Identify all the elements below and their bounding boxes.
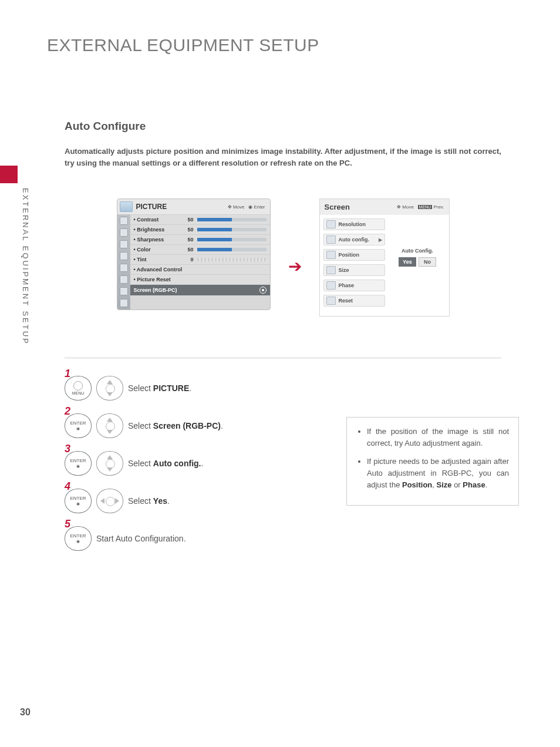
note-kw-size: Size (437, 480, 452, 489)
btn-label: MENU (72, 391, 85, 395)
slider-bar (197, 218, 266, 221)
enter-dot-icon: ◉ (76, 539, 80, 544)
step-target: Yes (153, 496, 167, 506)
step-target: Auto config. (153, 459, 201, 468)
up-down-icon (96, 451, 123, 476)
step-target: Screen (RGB-PC) (153, 421, 221, 430)
picture-row-advanced[interactable]: • Advanced Control (130, 264, 270, 274)
left-right-icon (96, 489, 123, 513)
slider-bar (197, 228, 266, 231)
resolution-icon (326, 220, 336, 228)
picture-row-tint[interactable]: • Tint 0 (130, 254, 270, 264)
row-label: Screen (RGB-PC) (134, 287, 177, 293)
row-label: • Tint (134, 257, 181, 263)
btn-label: ENTER (70, 458, 86, 463)
row-value: 50 (181, 237, 194, 243)
step-text: Select (128, 383, 153, 393)
notes-box: If the position of the image is still no… (346, 417, 519, 506)
picture-row-contrast[interactable]: • Contrast 50 (130, 214, 270, 224)
picture-row-brightness[interactable]: • Brightness 50 (130, 224, 270, 234)
no-button[interactable]: No (419, 257, 436, 267)
note-1: If the position of the image is still no… (367, 426, 509, 449)
item-label: Resolution (339, 221, 366, 227)
enter-dot-icon (259, 287, 266, 294)
picture-row-sharpness[interactable]: • Sharpness 50 (130, 234, 270, 244)
up-down-icon (96, 413, 123, 438)
step-text: Select (128, 459, 153, 468)
hint-move: Move (233, 204, 245, 210)
picture-row-screen-selected[interactable]: Screen (RGB-PC) (130, 284, 270, 295)
osd-sidebar-icon (120, 264, 128, 272)
row-label: • Contrast (134, 217, 181, 223)
autoconfig-icon (326, 235, 336, 244)
slider-bar (197, 248, 266, 251)
osd-sidebar-icon (120, 217, 128, 225)
note-text: , (432, 480, 436, 489)
picture-row-color[interactable]: • Color 50 (130, 244, 270, 254)
screen-item-size[interactable]: Size (323, 264, 385, 276)
size-icon (326, 266, 336, 274)
step-text-tail: . (221, 421, 223, 430)
note-text: . (485, 480, 488, 489)
screen-osd: Screen ✥ Move MENU Prev. Resolution (319, 198, 450, 317)
step-5: 5 ENTER ◉ Start Auto Configuration. (65, 526, 323, 551)
step-text-tail: . (201, 459, 203, 468)
reset-icon (326, 297, 336, 305)
screen-item-phase[interactable]: Phase (323, 280, 385, 291)
btn-label: ENTER (70, 533, 86, 539)
picture-osd-title: PICTURE (136, 203, 167, 211)
step-number: 1 (65, 368, 70, 380)
note-text: or (452, 480, 463, 489)
step-2: 2 ENTER ◉ Select Screen (RGB-PC). (65, 413, 323, 438)
screen-osd-title: Screen (325, 203, 350, 211)
btn-label: ENTER (70, 496, 86, 501)
row-value: 50 (181, 247, 194, 253)
row-value: 50 (181, 217, 194, 223)
screen-item-reset[interactable]: Reset (323, 295, 385, 307)
screen-item-autoconfig[interactable]: Auto config. ▶ (323, 234, 385, 245)
hint-prev: Prev. (433, 204, 444, 210)
enter-dot-icon: ◉ (76, 426, 80, 431)
enter-dot-icon: ◉ (76, 464, 80, 469)
step-text: Start Auto Configuration. (96, 534, 186, 543)
yes-button[interactable]: Yes (399, 257, 416, 267)
step-text-tail: . (167, 496, 170, 506)
step-number: 5 (65, 518, 70, 530)
side-label: EXTERNAL EQUIPMENT SETUP (21, 188, 30, 345)
step-text: Select (128, 496, 153, 506)
note-kw-position: Position (402, 480, 432, 489)
page-title: EXTERNAL EQUIPMENT SETUP (47, 35, 519, 55)
slider-bar (197, 238, 266, 241)
move-icon: ✥ (228, 204, 232, 210)
hint-enter: Enter (254, 204, 265, 210)
item-label: Size (339, 267, 349, 273)
page-number: 30 (20, 707, 31, 718)
step-number: 3 (65, 443, 70, 455)
row-label: • Brightness (134, 227, 181, 233)
move-icon: ✥ (397, 204, 401, 210)
hint-move: Move (402, 204, 414, 210)
side-tab (0, 166, 18, 183)
item-label: Phase (339, 282, 355, 288)
osd-sidebar-icon (120, 252, 128, 260)
phase-icon (326, 281, 336, 290)
chevron-right-icon: ▶ (379, 237, 382, 243)
note-kw-phase: Phase (463, 480, 485, 489)
position-icon (326, 251, 336, 259)
step-number: 2 (65, 405, 70, 418)
osd-sidebar-icon (120, 228, 128, 237)
osd-sidebar-icon (120, 240, 128, 248)
step-4: 4 ENTER ◉ Select Yes. (65, 489, 323, 513)
step-text: Select (128, 421, 153, 430)
picture-row-reset[interactable]: • Picture Reset (130, 274, 270, 284)
intro-text: Automatically adjusts picture position a… (65, 146, 501, 169)
enter-icon: ◉ (248, 204, 252, 210)
enter-dot-icon: ◉ (76, 502, 80, 506)
step-3: 3 ENTER ◉ Select Auto config.. (65, 451, 323, 476)
picture-icon (120, 201, 133, 212)
section-heading: Auto Configure (65, 120, 519, 133)
menu-badge: MENU (418, 205, 433, 209)
picture-osd: PICTURE ✥ Move ◉ Enter (117, 198, 271, 310)
screen-item-resolution[interactable]: Resolution (323, 218, 385, 230)
screen-item-position[interactable]: Position (323, 249, 385, 261)
